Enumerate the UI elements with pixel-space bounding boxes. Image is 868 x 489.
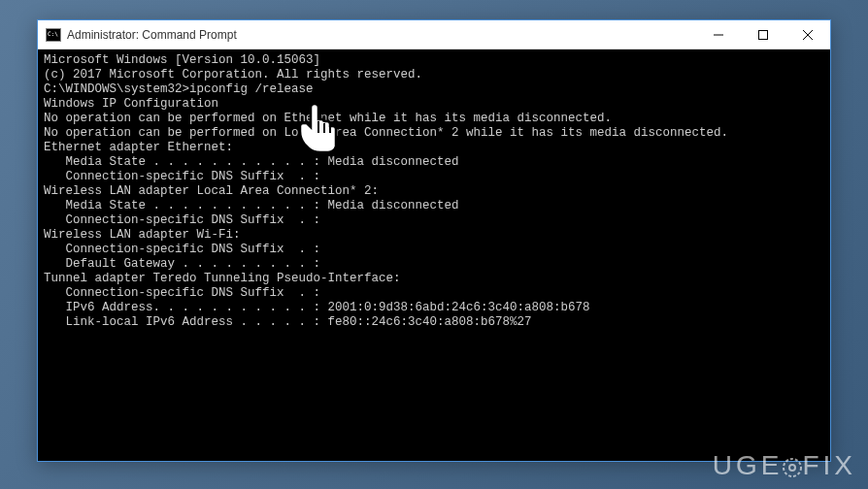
terminal-line: Connection-specific DNS Suffix . :: [44, 170, 824, 184]
window-controls: [696, 20, 830, 49]
terminal-line: Media State . . . . . . . . . . . : Medi…: [44, 155, 824, 170]
svg-point-7: [784, 459, 801, 476]
terminal-line: Connection-specific DNS Suffix . :: [44, 213, 824, 228]
maximize-icon: [758, 30, 768, 40]
terminal-line: Microsoft Windows [Version 10.0.15063]: [44, 53, 824, 68]
maximize-button[interactable]: [741, 20, 785, 49]
svg-rect-1: [759, 30, 768, 39]
watermark-suffix: FIX: [802, 450, 856, 480]
terminal-line: C:\WINDOWS\system32>ipconfig /release: [44, 82, 824, 97]
terminal-line: Wireless LAN adapter Wi-Fi:: [44, 228, 824, 243]
terminal-line: Link-local IPv6 Address . . . . . : fe80…: [44, 315, 824, 330]
close-icon: [803, 30, 813, 40]
command-prompt-window: Administrator: Command Prompt Microsoft …: [37, 19, 831, 462]
close-button[interactable]: [785, 20, 830, 49]
terminal-line: Connection-specific DNS Suffix . :: [44, 286, 824, 301]
terminal-line: Wireless LAN adapter Local Area Connecti…: [44, 184, 824, 199]
titlebar[interactable]: Administrator: Command Prompt: [38, 20, 830, 49]
terminal-line: (c) 2017 Microsoft Corporation. All righ…: [44, 68, 824, 82]
terminal-line: Ethernet adapter Ethernet:: [44, 141, 824, 155]
cmd-icon: [46, 28, 61, 42]
terminal-line: No operation can be performed on Local A…: [44, 126, 824, 141]
terminal-line: IPv6 Address. . . . . . . . . . . : 2001…: [44, 301, 824, 315]
watermark: UGEFIX: [713, 450, 856, 481]
terminal-line: Connection-specific DNS Suffix . :: [44, 243, 824, 257]
gear-icon: [783, 450, 802, 481]
terminal-line: No operation can be performed on Etherne…: [44, 112, 824, 126]
watermark-prefix: UGE: [713, 450, 784, 480]
terminal-output[interactable]: Microsoft Windows [Version 10.0.15063](c…: [38, 49, 830, 461]
terminal-line: Media State . . . . . . . . . . . : Medi…: [44, 199, 824, 213]
window-title: Administrator: Command Prompt: [67, 28, 696, 42]
terminal-line: Default Gateway . . . . . . . . . :: [44, 257, 824, 272]
svg-point-8: [789, 465, 795, 471]
minimize-icon: [714, 30, 723, 40]
terminal-line: Tunnel adapter Teredo Tunneling Pseudo-I…: [44, 272, 824, 286]
terminal-line: Windows IP Configuration: [44, 97, 824, 112]
minimize-button[interactable]: [696, 20, 741, 49]
